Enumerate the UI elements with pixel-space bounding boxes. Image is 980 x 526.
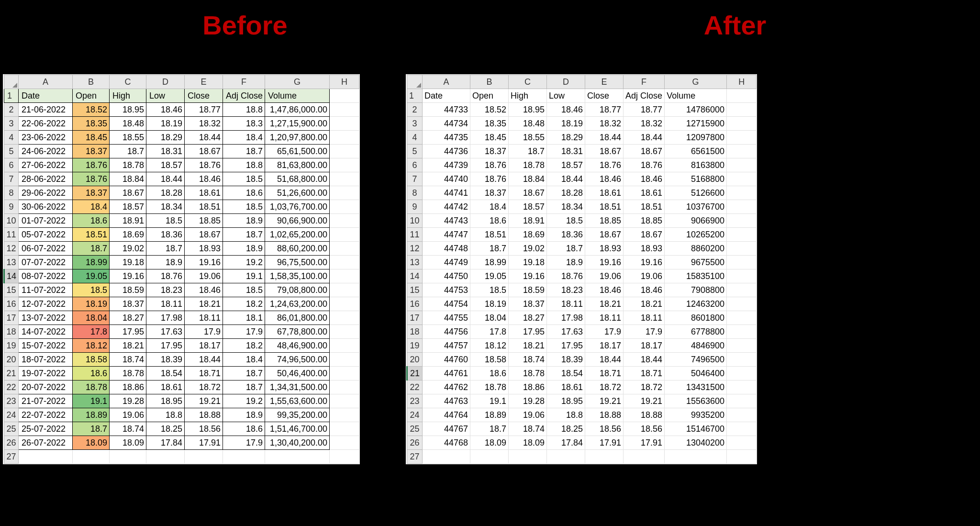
cell[interactable]: 18.46 [585,172,624,186]
cell[interactable]: 1,47,86,000.00 [265,103,330,117]
cell[interactable]: 18.89 [73,408,110,422]
cell[interactable]: 17.98 [146,311,185,325]
cell[interactable]: 18.28 [146,186,185,200]
cell[interactable]: 18.6 [470,367,509,381]
cell[interactable]: 18.09 [470,436,509,450]
cell[interactable]: 6778800 [665,325,727,339]
before-spreadsheet[interactable]: ABCDEFGH1DateOpenHighLowCloseAdj CloseVo… [3,75,359,464]
cell[interactable]: 19.18 [509,256,547,269]
empty-cell[interactable] [727,256,757,269]
cell[interactable]: 18.95 [110,103,146,117]
cell[interactable]: 18.61 [624,186,665,200]
empty-cell[interactable] [727,325,757,339]
cell[interactable]: 44761 [423,367,470,381]
cell[interactable]: 9675500 [665,256,727,269]
cell[interactable]: 27-06-2022 [19,158,73,172]
cell[interactable]: 18.78 [73,381,110,394]
empty-cell[interactable] [330,158,359,172]
cell[interactable]: 18.11 [624,311,665,325]
empty-cell[interactable] [547,450,585,464]
row-head[interactable]: 14 [407,269,423,283]
header-cell[interactable]: Date [19,89,73,103]
cell[interactable]: 18.69 [509,228,547,242]
cell[interactable]: 44760 [423,353,470,367]
cell[interactable]: 18.1 [223,311,265,325]
cell[interactable]: 18.46 [624,283,665,297]
cell[interactable]: 18.44 [547,172,585,186]
cell[interactable]: 10265200 [665,228,727,242]
cell[interactable]: 44753 [423,283,470,297]
row-head[interactable]: 20 [4,353,19,367]
row-head[interactable]: 15 [4,283,19,297]
cell[interactable]: 18.78 [509,158,547,172]
cell[interactable]: 18.4 [223,131,265,145]
cell[interactable]: 17.9 [585,325,624,339]
cell[interactable]: 17.9 [624,325,665,339]
cell[interactable]: 18.28 [547,186,585,200]
cell[interactable]: 5168800 [665,172,727,186]
cell[interactable]: 44756 [423,325,470,339]
cell[interactable]: 19.16 [110,269,146,283]
cell[interactable]: 44762 [423,381,470,394]
cell[interactable]: 18.56 [185,422,223,436]
cell[interactable]: 17.9 [223,436,265,450]
empty-cell[interactable] [727,200,757,214]
empty-cell[interactable] [330,256,359,269]
empty-cell[interactable] [330,283,359,297]
cell[interactable]: 08-07-2022 [19,269,73,283]
empty-cell[interactable] [330,408,359,422]
cell[interactable]: 18.12 [73,339,110,353]
cell[interactable]: 18.7 [470,242,509,256]
cell[interactable]: 07-07-2022 [19,256,73,269]
select-all-corner[interactable] [4,75,19,89]
cell[interactable]: 18.5 [547,214,585,228]
cell[interactable]: 18.77 [585,103,624,117]
cell[interactable]: 18.44 [624,353,665,367]
cell[interactable]: 17.91 [185,436,223,450]
row-head[interactable]: 24 [4,408,19,422]
cell[interactable]: 18.76 [73,158,110,172]
empty-cell[interactable] [330,339,359,353]
row-head[interactable]: 7 [407,172,423,186]
cell[interactable]: 44741 [423,186,470,200]
cell[interactable]: 19.1 [73,394,110,408]
cell[interactable]: 88,60,200.00 [265,242,330,256]
row-head[interactable]: 22 [407,381,423,394]
cell[interactable]: 18.7 [470,422,509,436]
cell[interactable]: 18.29 [146,131,185,145]
cell[interactable]: 18.54 [547,367,585,381]
cell[interactable]: 19.21 [585,394,624,408]
cell[interactable]: 19.21 [624,394,665,408]
cell[interactable]: 5126600 [665,186,727,200]
cell[interactable]: 18.58 [470,353,509,367]
row-head[interactable]: 5 [407,145,423,158]
cell[interactable]: 18.9 [547,256,585,269]
cell[interactable]: 18.35 [73,117,110,131]
cell[interactable]: 19.06 [585,269,624,283]
col-head-G[interactable]: G [665,75,727,89]
cell[interactable]: 18.78 [509,367,547,381]
cell[interactable]: 67,78,800.00 [265,325,330,339]
cell[interactable]: 18.09 [73,436,110,450]
cell[interactable]: 18.67 [509,186,547,200]
cell[interactable]: 18.72 [624,381,665,394]
cell[interactable]: 18.46 [585,283,624,297]
cell[interactable]: 18.48 [110,117,146,131]
cell[interactable]: 18.56 [585,422,624,436]
cell[interactable]: 18.57 [146,158,185,172]
empty-cell[interactable] [330,422,359,436]
cell[interactable]: 18.39 [547,353,585,367]
cell[interactable]: 18.2 [223,339,265,353]
cell[interactable]: 17.98 [547,311,585,325]
empty-cell[interactable] [330,367,359,381]
col-head-H[interactable]: H [330,75,359,89]
cell[interactable]: 18.9 [223,242,265,256]
cell[interactable]: 18.21 [624,297,665,311]
cell[interactable]: 22-07-2022 [19,408,73,422]
cell[interactable]: 18.91 [509,214,547,228]
cell[interactable]: 4846900 [665,339,727,353]
cell[interactable]: 18.76 [624,158,665,172]
cell[interactable]: 23-06-2022 [19,131,73,145]
cell[interactable]: 19.16 [585,256,624,269]
cell[interactable]: 18.74 [509,353,547,367]
